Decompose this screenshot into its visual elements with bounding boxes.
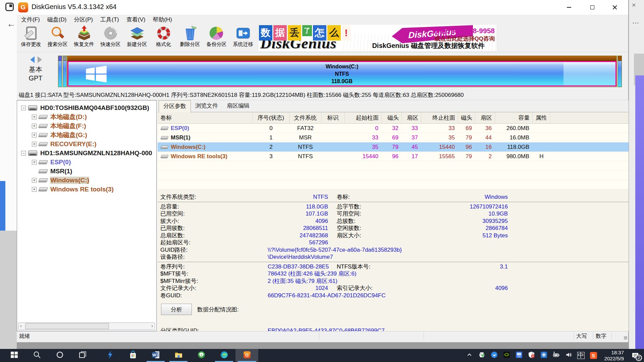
close-button[interactable] [605, 0, 625, 15]
backup-partition-icon [203, 25, 230, 41]
tray-battery-icon[interactable] [550, 349, 562, 362]
tree-item-7[interactable]: +ESP(0) [17, 158, 156, 167]
table-row-1[interactable]: ESP(0)0FAT3203233336936260.0MB [158, 124, 629, 133]
prev-disk-arrow-icon[interactable] [30, 56, 35, 63]
taskbar-app-browser-360[interactable]: e [190, 349, 213, 362]
expand-icon[interactable]: + [32, 115, 37, 119]
tray-chevron-up-icon[interactable] [463, 349, 476, 362]
taskbar-app-diskgenius[interactable]: G [235, 349, 258, 362]
table-header-3[interactable]: 标识 [321, 112, 345, 123]
ad-banner[interactable]: DiskGenius 数据丢了怎么! DiskGenius 致电: 400-00… [258, 24, 497, 52]
table-header-5[interactable]: 磁头 [382, 112, 402, 123]
expand-icon[interactable]: + [32, 187, 37, 192]
tray-freeze-icon[interactable] [538, 349, 550, 362]
notification-center-button[interactable]: 2 [628, 349, 643, 362]
tray-ime[interactable]: 中 [575, 349, 587, 362]
tree-item-5[interactable]: +RECOVERY(E:) [17, 139, 156, 148]
expand-icon[interactable]: + [32, 160, 37, 165]
back-arrow-icon[interactable]: ← [7, 19, 16, 29]
tray-intel-gpu-icon[interactable]: intel [513, 349, 525, 362]
collapse-icon[interactable]: − [21, 151, 26, 156]
table-header-0[interactable]: 卷标 [158, 112, 253, 123]
menu-item-2[interactable]: 磁盘(D) [44, 16, 70, 23]
table-header-7[interactable]: 终止柱面 [421, 112, 458, 123]
maximize-button[interactable] [583, 0, 602, 15]
tree-item-9[interactable]: +Windows(C:) [17, 176, 156, 185]
menu-item-1[interactable]: 文件(F) [17, 16, 44, 23]
expand-icon[interactable]: + [32, 133, 37, 137]
tab-2[interactable]: 浏览文件 [191, 100, 222, 112]
menu-item-4[interactable]: 工具(T) [97, 16, 123, 23]
taskbar-app-start[interactable] [3, 349, 25, 362]
table-header-11[interactable]: 属性 [533, 112, 550, 123]
tree-item-6[interactable]: −HD1:SAMSUNGMZNLN128HAHQ-000 [17, 148, 156, 158]
table-header-4[interactable]: 起始柱面 [345, 112, 382, 123]
scroll-left-arrow-icon[interactable]: ‹ [20, 323, 22, 328]
toolbar-button-search-partition[interactable]: 搜索分区 [44, 24, 71, 52]
toolbar-button-format[interactable]: 格式化 [150, 24, 177, 52]
svg-text:intel: intel [517, 356, 521, 358]
background-window-left-edge: ← [0, 0, 17, 349]
tray-printer-icon[interactable] [476, 349, 488, 362]
expand-icon[interactable]: + [32, 124, 37, 128]
partition-block-esp[interactable] [58, 56, 62, 87]
tray-sogou[interactable]: S [587, 349, 600, 362]
next-disk-arrow-icon[interactable] [38, 56, 42, 63]
tree-item-1[interactable]: −HD0:TOSHIBAMQ04ABF100(932GB) [17, 103, 156, 112]
tree-item-8[interactable]: MSR(1) [17, 167, 156, 176]
tray-security-shield-icon[interactable] [525, 349, 538, 362]
tree-item-4[interactable]: +本地磁盘(G:) [17, 130, 156, 139]
table-header-10[interactable]: 容量 [495, 112, 533, 123]
table-header-8[interactable]: 磁头 [458, 112, 475, 123]
scrollbar-thumb[interactable] [25, 323, 109, 329]
minimize-button[interactable] [559, 0, 579, 15]
resize-grip[interactable] [625, 338, 627, 340]
taskbar-app-edge[interactable] [213, 349, 235, 362]
menu-item-6[interactable]: 帮助(H) [149, 16, 176, 23]
tree-item-10[interactable]: +Windows RE tools(3) [17, 185, 156, 194]
toolbar-button-recover-files[interactable]: 恢复文件 [71, 24, 97, 52]
analyze-button[interactable]: 分析 [161, 304, 192, 315]
table-header-1[interactable]: 序号(状态) [253, 112, 289, 123]
ad-tile: 丢 [288, 25, 301, 41]
system-migration-icon [230, 25, 256, 41]
table-row-3[interactable]: Windows(C:)2NTFS357945154409616118.0GB [158, 142, 629, 152]
tab-1[interactable]: 分区参数 [159, 100, 191, 112]
taskbar-clock[interactable]: 18:37 2022/5/9 [604, 350, 624, 362]
tray-dingtalk-icon[interactable] [488, 349, 500, 362]
taskbar-app-search[interactable] [25, 349, 48, 362]
menu-item-3[interactable]: 分区(P) [70, 16, 97, 23]
table-header-6[interactable]: 扇区 [402, 112, 421, 123]
taskbar-app-task-view[interactable] [71, 349, 94, 362]
table-header-9[interactable]: 扇区 [475, 112, 495, 123]
toolbar-button-save-changes[interactable]: 保存更改 [18, 24, 44, 52]
tab-3[interactable]: 扇区编辑 [222, 100, 254, 112]
tray-volume-icon[interactable] [562, 349, 575, 362]
table-row-4[interactable]: Windows RE tools(3)3NTFS1544096171556579… [158, 152, 629, 161]
partition-block-windows-c[interactable]: Windows(C:) NTFS 118.0GB [67, 56, 617, 87]
toolbar-button-backup-partition[interactable]: 备份分区 [203, 24, 230, 52]
toolbar-button-quick-partition[interactable]: 快速分区 [97, 24, 124, 52]
collapse-icon[interactable]: − [21, 106, 26, 110]
tree-item-3[interactable]: +本地磁盘(F:) [17, 121, 156, 130]
toolbar-button-new-partition[interactable]: 新建分区 [124, 24, 150, 52]
toolbar-button-delete-partition[interactable]: 删除分区 [177, 24, 203, 52]
partition-block-msr[interactable] [63, 56, 67, 87]
expand-icon[interactable]: + [32, 178, 37, 183]
taskbar-app-word[interactable]: W [144, 349, 167, 362]
table-header-2[interactable]: 文件系统 [289, 112, 321, 123]
partition-block-windows-re[interactable] [618, 56, 622, 87]
tray-nvidia-icon[interactable] [500, 349, 513, 362]
menu-item-5[interactable]: 查看(V) [123, 16, 149, 23]
taskbar-app-cortana[interactable] [48, 349, 71, 362]
tree-item-2[interactable]: +本地磁盘(D:) [17, 112, 156, 121]
detail-label: $MFT簇号: [160, 270, 268, 278]
toolbar-button-system-migration[interactable]: 系统迁移 [230, 24, 256, 52]
taskbar-app-explorer[interactable] [167, 349, 190, 362]
taskbar-app-flash[interactable] [99, 349, 121, 362]
scroll-right-arrow-icon[interactable]: › [151, 323, 153, 328]
table-row-2[interactable]: MSR(1)1MSR33693735794416.0MB [158, 133, 629, 142]
expand-icon[interactable]: + [32, 142, 37, 146]
taskbar-app-store[interactable] [121, 349, 144, 362]
tree-horizontal-scrollbar[interactable]: ‹ › [18, 322, 155, 330]
